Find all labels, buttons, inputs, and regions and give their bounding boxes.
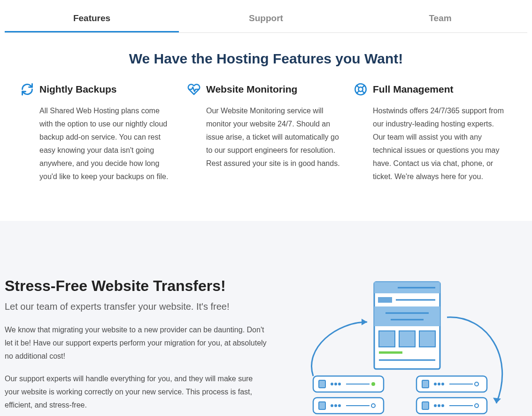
feature-body: Hostwinds offers 24/7/365 support from o… [354, 104, 511, 183]
svg-rect-16 [419, 331, 435, 347]
transfers-subtitle: Let our team of experts transfer your we… [5, 301, 268, 312]
svg-rect-9 [378, 297, 392, 303]
svg-point-27 [331, 383, 333, 385]
svg-point-49 [438, 383, 440, 385]
feature-management: Full Management Hostwinds offers 24/7/36… [354, 83, 511, 183]
feature-title: Website Monitoring [206, 84, 297, 95]
svg-line-5 [357, 91, 359, 93]
svg-point-37 [371, 382, 375, 386]
tab-features[interactable]: Features [5, 5, 179, 32]
svg-line-4 [362, 86, 364, 88]
svg-line-3 [362, 91, 364, 93]
transfers-illustration [277, 277, 527, 416]
svg-point-52 [438, 405, 440, 407]
heartbeat-icon [187, 83, 200, 96]
svg-point-32 [339, 405, 340, 407]
svg-point-53 [442, 405, 444, 407]
transfers-section: Stress-Free Website Transfers! Let our t… [0, 221, 532, 416]
transfers-paragraph-1: We know that migrating your website to a… [5, 323, 268, 363]
feature-body: All Shared Web Hosting plans come with t… [21, 104, 178, 183]
svg-point-28 [335, 383, 337, 385]
svg-point-29 [339, 383, 340, 385]
svg-rect-24 [319, 380, 325, 388]
refresh-icon [21, 83, 34, 96]
svg-point-50 [442, 383, 444, 385]
svg-line-2 [357, 86, 359, 88]
tab-support[interactable]: Support [179, 5, 353, 32]
transfers-paragraph-2: Our support experts will handle everythi… [5, 372, 268, 412]
svg-point-39 [371, 404, 375, 408]
feature-body: Our Website Monitoring service will moni… [187, 104, 345, 170]
lifebuoy-icon [354, 83, 367, 96]
svg-rect-14 [379, 331, 395, 347]
svg-rect-11 [374, 306, 440, 326]
svg-point-51 [434, 405, 436, 407]
tab-bar: Features Support Team [5, 5, 527, 33]
feature-monitoring: Website Monitoring Our Website Monitorin… [187, 83, 345, 183]
svg-rect-45 [422, 380, 429, 388]
feature-backups: Nightly Backups All Shared Web Hosting p… [21, 83, 178, 183]
svg-marker-19 [362, 319, 367, 325]
svg-point-30 [331, 405, 333, 407]
features-headline: We Have the Hosting Features you Want! [0, 51, 532, 67]
svg-point-31 [335, 405, 337, 407]
svg-rect-25 [319, 402, 325, 409]
svg-point-48 [434, 383, 436, 385]
feature-title: Nightly Backups [39, 84, 117, 95]
feature-title: Full Management [373, 84, 454, 95]
transfers-title: Stress-Free Website Transfers! [5, 277, 268, 295]
features-row: Nightly Backups All Shared Web Hosting p… [0, 83, 532, 221]
svg-marker-20 [493, 398, 501, 403]
svg-point-60 [475, 404, 478, 408]
tab-team[interactable]: Team [353, 5, 527, 32]
svg-point-58 [475, 382, 478, 386]
svg-rect-15 [399, 331, 415, 347]
svg-rect-46 [422, 402, 429, 409]
